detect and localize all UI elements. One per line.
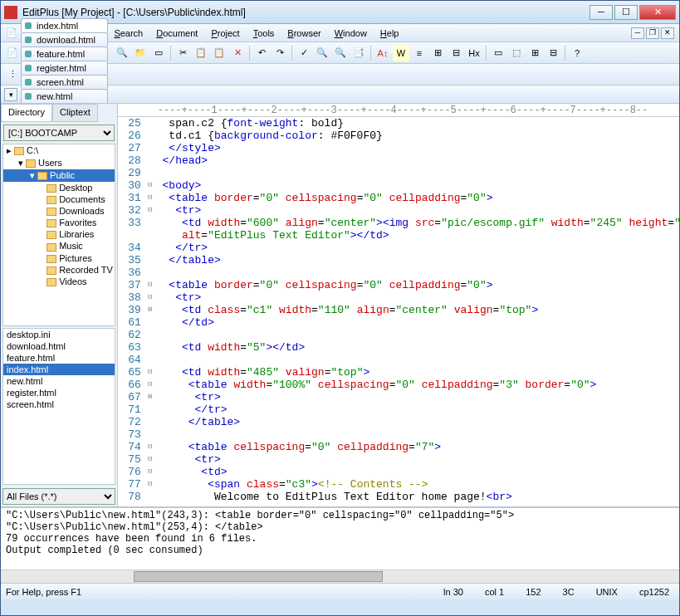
- tree-node[interactable]: ▸ C:\: [3, 144, 115, 157]
- tree-node[interactable]: Music: [3, 240, 115, 252]
- fold-icon[interactable]: ⊟: [448, 45, 464, 61]
- document-tabs: ▾ index.htmldownload.htmlfeature.htmlreg…: [1, 86, 679, 104]
- output-panel[interactable]: "C:\Users\Public\new.html"(243,3): <tabl…: [1, 506, 679, 570]
- cut-icon[interactable]: ✂: [174, 45, 191, 61]
- status-line: ln 30: [438, 587, 468, 597]
- tab-directory[interactable]: Directory: [1, 104, 52, 122]
- code-area[interactable]: 2526272829303132333435363738396162636465…: [118, 117, 680, 506]
- status-help: For Help, press F1: [6, 587, 427, 597]
- hex-icon[interactable]: Hx: [466, 45, 482, 61]
- doctab-feature-html[interactable]: feature.html: [21, 46, 108, 61]
- findfiles-icon[interactable]: 📑: [350, 45, 367, 61]
- find-icon[interactable]: 🔍: [314, 45, 330, 61]
- copy-icon[interactable]: 📋: [193, 45, 209, 61]
- tree-node[interactable]: Documents: [3, 193, 115, 205]
- wrap-icon[interactable]: W: [393, 45, 409, 61]
- tb2-grip[interactable]: ⋮: [4, 66, 21, 83]
- paste-icon[interactable]: 📋: [211, 45, 227, 61]
- close-button[interactable]: ✕: [639, 5, 676, 20]
- statusbar: For Help, press F1 ln 30 col 1 152 3C UN…: [1, 583, 679, 599]
- linenum-icon[interactable]: ≡: [411, 45, 428, 61]
- doctab-index-html[interactable]: index.html: [21, 18, 108, 32]
- doc-icon: 📄: [6, 27, 17, 39]
- tree-node[interactable]: Videos: [3, 276, 115, 287]
- tree-node[interactable]: Favorites: [3, 217, 115, 228]
- spell-icon[interactable]: ✓: [296, 45, 312, 61]
- undo-icon[interactable]: ↶: [253, 45, 270, 61]
- horizontal-scrollbar[interactable]: [1, 570, 679, 583]
- mdi-minimize[interactable]: ─: [631, 27, 644, 39]
- mdi-close[interactable]: ✕: [661, 27, 674, 39]
- doctab-download-html[interactable]: download.html: [21, 32, 108, 46]
- tree-node[interactable]: Recorded TV: [3, 264, 115, 276]
- tree-node[interactable]: Libraries: [3, 228, 115, 240]
- fold-gutter[interactable]: ⊟⊟⊟⊟⊟⊞⊟⊟⊞⊟⊟⊟⊟: [144, 117, 156, 506]
- file-row[interactable]: desktop.ini: [3, 329, 115, 340]
- file-row[interactable]: screen.html: [3, 398, 115, 410]
- tab-cliptext[interactable]: Cliptext: [52, 104, 98, 122]
- status-enc: UNIX: [591, 587, 623, 597]
- menu-search[interactable]: Search: [107, 27, 149, 40]
- file-list[interactable]: desktop.inidownload.htmlfeature.htmlinde…: [2, 328, 115, 485]
- folder-tree[interactable]: ▸ C:\▾ Users▾ Public Desktop Documents D…: [2, 144, 115, 326]
- doctab-screen-html[interactable]: screen.html: [21, 75, 108, 89]
- file-row[interactable]: register.html: [3, 387, 115, 398]
- status-mode: 3C: [558, 587, 580, 597]
- status-sel: 152: [521, 587, 545, 597]
- minimize-button[interactable]: ─: [589, 5, 613, 20]
- source-text[interactable]: span.c2 {font-weight: bold} td.c1 {backg…: [156, 117, 680, 506]
- file-row[interactable]: feature.html: [3, 352, 115, 364]
- ruler-icon[interactable]: ⊞: [429, 45, 446, 61]
- menu-document[interactable]: Document: [149, 27, 204, 40]
- tree-node[interactable]: ▾ Public: [3, 169, 115, 182]
- ruler: ----+----1----+----2----+----3----+----4…: [118, 104, 680, 117]
- tree-node[interactable]: ▾ Users: [3, 157, 115, 169]
- preview-icon[interactable]: 🔍: [114, 45, 130, 61]
- win3-icon[interactable]: ⊞: [526, 45, 543, 61]
- win2-icon[interactable]: ⬚: [508, 45, 525, 61]
- window-title: EditPlus [My Project] - [C:\Users\Public…: [22, 7, 589, 18]
- status-cp: cp1252: [634, 587, 674, 597]
- file-row[interactable]: index.html: [3, 364, 115, 375]
- menu-project[interactable]: Project: [204, 27, 246, 40]
- win1-icon[interactable]: ▭: [490, 45, 506, 61]
- line-gutter: 2526272829303132333435363738396162636465…: [118, 117, 144, 506]
- help-icon[interactable]: ?: [569, 45, 585, 61]
- app-icon: [4, 6, 17, 19]
- doctab-register-html[interactable]: register.html: [21, 61, 108, 75]
- tree-node[interactable]: Pictures: [3, 252, 115, 264]
- dir-icon[interactable]: 📁: [132, 45, 149, 61]
- sidebar: Directory Cliptext [C:] BOOTCAMP ▸ C:\▾ …: [1, 104, 118, 506]
- output-icon[interactable]: ▭: [150, 45, 167, 61]
- maximize-button[interactable]: ☐: [614, 5, 638, 20]
- menu-tools[interactable]: Tools: [247, 27, 281, 40]
- menu-browser[interactable]: Browser: [281, 27, 327, 40]
- tree-node[interactable]: Downloads: [3, 205, 115, 217]
- file-filter[interactable]: All Files (*.*): [2, 488, 115, 505]
- editor: ----+----1----+----2----+----3----+----4…: [118, 104, 680, 506]
- font-icon[interactable]: A↕: [374, 45, 391, 61]
- replace-icon[interactable]: 🔍: [332, 45, 349, 61]
- file-row[interactable]: download.html: [3, 340, 115, 352]
- tab-menu-button[interactable]: ▾: [4, 88, 17, 101]
- file-row[interactable]: new.html: [3, 375, 115, 387]
- menu-help[interactable]: Help: [374, 27, 406, 40]
- drive-select[interactable]: [C:] BOOTCAMP: [3, 125, 115, 141]
- new-icon[interactable]: 📄: [4, 45, 21, 61]
- redo-icon[interactable]: ↷: [272, 45, 288, 61]
- tree-node[interactable]: Desktop: [3, 182, 115, 193]
- menu-window[interactable]: Window: [328, 27, 374, 40]
- delete-icon[interactable]: ✕: [229, 45, 246, 61]
- doctab-new-html[interactable]: new.html: [21, 89, 108, 103]
- mdi-restore[interactable]: ❐: [646, 27, 659, 39]
- win4-icon[interactable]: ⊟: [545, 45, 561, 61]
- status-col: col 1: [480, 587, 509, 597]
